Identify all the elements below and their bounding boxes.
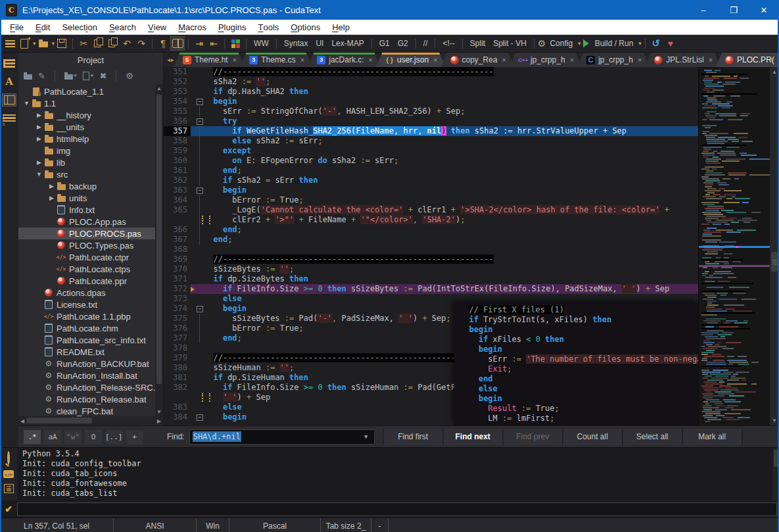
minimap[interactable] [698,67,770,425]
word-wrap-button[interactable] [170,36,185,51]
status-cell-1[interactable]: ANSI [114,518,197,532]
tab-user.json[interactable]: { }user.json× [376,53,445,67]
tree-item-htmlhelp[interactable]: ▶htmlhelp [18,133,155,145]
scroll-right-icon[interactable]: ▶ [157,416,161,425]
save-button[interactable] [55,36,69,51]
open-project-button[interactable] [24,72,32,80]
sidebar-item-snippets[interactable]: A [2,75,16,88]
tab-PLOC.PR([interactable]: PLOC.PR(× [716,53,779,67]
tree-item-PLOC.PROCS.pas[interactable]: PLOC.PROCS.pas [18,228,155,239]
tree-item-PathLocate_1.1[interactable]: PathLocate_1.1 [18,85,155,97]
tab-close-icon[interactable]: × [570,56,574,64]
tab-list-dropdown[interactable]: ▾ [770,56,774,63]
donate-button[interactable]: ♥ [663,36,678,51]
menu-item-file[interactable]: File [4,20,30,34]
unindent-button[interactable]: ⇤ [206,36,221,51]
tree-item-PathLocate_src_info.txt[interactable]: PathLocate_src_info.txt [18,334,155,346]
tab-scroll-right-icon[interactable]: ▸ [171,57,175,63]
tree-item-README.txt[interactable]: README.txt [18,346,155,358]
tab-close-icon[interactable]: × [233,56,237,64]
fold-box-icon[interactable] [196,97,204,107]
fold-box-icon[interactable] [196,185,204,195]
close-button[interactable]: ✕ [749,0,779,20]
status-cell-3[interactable]: Pascal [229,518,321,532]
tree-item-PathLocate.ctpr[interactable]: </>PathLocate.ctpr [18,251,155,263]
scroll-left-icon[interactable]: ◀ [20,416,24,425]
tree-item-img[interactable]: img [18,145,155,157]
add-folder-button[interactable]: + [64,72,77,80]
menu-item-help[interactable]: Help [326,20,356,34]
reload-button[interactable]: ↺ [649,36,663,51]
tree-item-RunAction_Release-SRC.bat[interactable]: ⚙RunAction_Release-SRC.bat [18,381,155,393]
sidebar-item-project[interactable] [2,93,16,107]
status-cell-4[interactable]: Tab size 2_ [321,518,371,532]
mark-all-button[interactable]: Mark all [683,429,743,445]
fold-box-icon[interactable] [196,116,204,126]
tree-item-Actions.dpas[interactable]: Actions.dpas [18,287,155,299]
tree-item-units[interactable]: ▶units [18,192,155,204]
menu-item-edit[interactable]: Edit [30,20,56,34]
menu-item-options[interactable]: Options [285,20,326,34]
tree-item-Info.txt[interactable]: Info.txt [18,204,155,216]
toolbar-build-run-button[interactable]: Build / Run [591,39,638,48]
copy-button[interactable] [91,36,105,51]
code-line-363[interactable]: 363 begin [164,185,698,195]
tab-close-icon[interactable]: × [709,56,713,64]
toolbar-split-button[interactable]: Split [466,39,489,48]
sidebar-item-tree[interactable] [2,57,16,70]
title-bar[interactable]: C E:\Projects_XE\_CONSOLE\PathLocate\1.1… [0,0,779,20]
toolbar-syntax-button[interactable]: Syntax [280,39,312,48]
status-cell-2[interactable]: Win [197,518,229,532]
tab-close-icon[interactable]: × [369,56,373,64]
toolbar-g2-button[interactable]: G2 [394,39,412,48]
code-line-352[interactable]: 352 sSha2 := ''; [164,77,698,87]
expand-arrow-icon[interactable]: ▶ [47,195,56,201]
code-line-366[interactable]: 366 end; [164,225,698,235]
redo-button[interactable]: ↷ [134,36,149,51]
tree-item-__units[interactable]: ▶__units [18,121,155,133]
code-line-369[interactable]: 369 //----------------------------------… [164,254,698,264]
console-input[interactable] [17,502,777,516]
code-line-361[interactable]: 361 end; [164,166,698,176]
toolbar-ui-button[interactable]: UI [312,39,327,48]
code-line-353[interactable]: 353 if dp.Hash_SHA2 then [164,87,698,97]
code-line-372[interactable]: 372 if FileInfo.Size >= 0 then sSizeByte… [164,284,698,294]
select-all-button[interactable]: Select all [623,429,683,445]
scroll-down-icon[interactable]: ▼ [155,409,163,415]
expand-arrow-icon[interactable]: ▼ [22,100,31,107]
code-line-355[interactable]: 355 sErr := StringOfChar('-', HASH_LEN_S… [164,107,698,116]
code-editor[interactable]: 351 //----------------------------------… [164,67,698,425]
find-first-button[interactable]: Find first [384,429,444,445]
status-cell-0[interactable]: Ln 357, Col 51, sel [0,518,114,532]
find-option-+[interactable]: + [126,430,143,444]
tab-close-icon[interactable]: × [433,56,437,64]
new-file-button[interactable] [17,36,32,51]
fold-box-icon[interactable] [196,412,204,422]
tree-item-__history[interactable]: ▶__history [18,109,155,121]
project-settings-button[interactable]: ⚙ [126,71,133,81]
add-file-button[interactable]: + [83,72,93,80]
find-next-button[interactable]: Find next [444,429,504,445]
code-line-368[interactable]: 368 [164,245,698,254]
expand-arrow-icon[interactable]: ▶ [35,112,43,118]
indent-button[interactable]: ⇥ [192,36,206,51]
find-prev-button[interactable]: Find prev [504,429,563,445]
output-list-icon[interactable] [4,484,14,493]
paste-button[interactable] [105,36,120,51]
expand-arrow-icon[interactable]: ▶ [35,159,43,166]
tab-jp_crpp_h[interactable]: Cjp_crpp_h× [577,53,649,67]
find-option-aA[interactable]: aA [44,430,61,444]
check-icon[interactable]: ✔ [0,504,17,514]
expand-arrow-icon[interactable]: ▶ [47,183,56,189]
code-line-367[interactable]: 367 end; [164,235,698,245]
tab-Theme.cs[interactable]: 3Theme.cs× [240,53,312,67]
code-line-357[interactable]: 357 if WeGetFileHash_SHA2_256(FileName, … [164,126,698,136]
code-line-362[interactable]: 362 if sSha2 = sErr then [164,176,698,185]
tree-item-PathLocate.ctps[interactable]: </>PathLocate.ctps [18,263,155,275]
menu-item-selection[interactable]: Selection [56,20,103,34]
expand-arrow-icon[interactable]: ▶ [35,135,43,142]
tab-close-icon[interactable]: × [300,56,304,64]
expand-arrow-icon[interactable]: ▶ [35,124,43,130]
menu-item-macros[interactable]: Macros [172,20,212,34]
minimize-button[interactable]: – [688,0,719,20]
